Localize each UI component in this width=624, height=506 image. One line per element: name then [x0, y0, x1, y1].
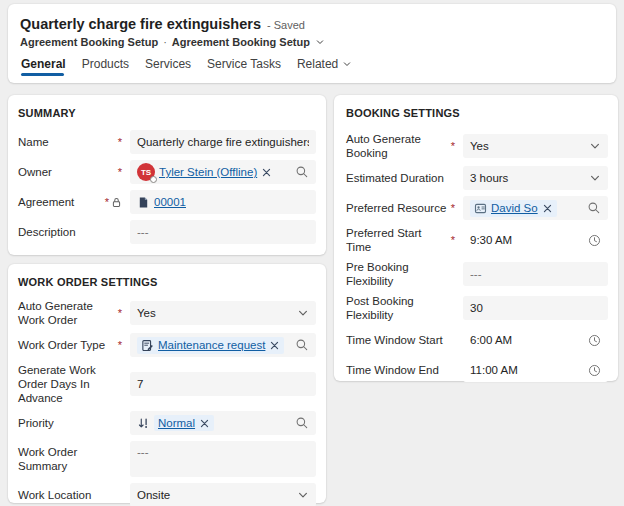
preferred-start-time-field[interactable]: 9:30 AM	[463, 228, 608, 252]
work-location-dropdown[interactable]: Onsite	[130, 483, 316, 506]
field-row-time-window-end: Time Window End 11:00 AM	[346, 358, 608, 382]
name-input[interactable]	[137, 136, 309, 148]
search-icon[interactable]	[295, 416, 309, 430]
priority-field[interactable]: Normal	[130, 411, 316, 435]
presence-offline-icon	[150, 176, 157, 183]
field-row-preferred-resource: Preferred Resource * David So	[346, 196, 608, 220]
description-field[interactable]	[130, 220, 316, 244]
work-order-type-chip: Maintenance request	[137, 337, 284, 354]
required-asterisk: *	[118, 308, 122, 318]
remove-priority-icon[interactable]	[199, 418, 210, 429]
tab-services[interactable]: Services	[145, 57, 191, 79]
time-window-end-field[interactable]: 11:00 AM	[463, 358, 608, 382]
field-row-generate-days-in-advance: Generate Work Order Days In Advance	[18, 363, 316, 405]
remove-owner-icon[interactable]	[261, 167, 272, 178]
generate-days-in-advance-field[interactable]	[130, 372, 316, 396]
priority-label: Priority	[18, 416, 122, 430]
estimated-duration-dropdown[interactable]: 3 hours	[463, 166, 608, 190]
chevron-down-icon[interactable]	[589, 140, 601, 152]
estimated-duration-value: 3 hours	[470, 172, 508, 184]
search-icon[interactable]	[295, 338, 309, 352]
auto-generate-work-order-value: Yes	[137, 307, 156, 319]
remove-work-order-type-icon[interactable]	[269, 340, 280, 351]
preferred-resource-record-link[interactable]: David So	[491, 202, 538, 214]
field-row-owner: Owner * TS Tyler Stein (Offline)	[18, 160, 316, 184]
chevron-down-icon[interactable]	[315, 37, 325, 47]
generate-days-in-advance-input[interactable]	[137, 378, 309, 390]
agreement-entity-icon	[137, 196, 150, 209]
avatar: TS	[137, 163, 155, 181]
page-title: Quarterly charge fire extinguishers	[20, 16, 261, 32]
auto-generate-booking-dropdown[interactable]: Yes	[463, 134, 608, 158]
field-row-priority: Priority Normal	[18, 411, 316, 435]
preferred-resource-field[interactable]: David So	[463, 196, 608, 220]
pre-booking-flexibility-label: Pre Booking Flexibility	[346, 260, 455, 288]
auto-generate-work-order-dropdown[interactable]: Yes	[130, 301, 316, 325]
tab-service-tasks[interactable]: Service Tasks	[207, 57, 281, 79]
remove-preferred-resource-icon[interactable]	[542, 203, 553, 214]
auto-generate-booking-value: Yes	[470, 140, 489, 152]
time-window-start-label: Time Window Start	[346, 333, 455, 347]
preferred-resource-chip: David So	[470, 200, 557, 217]
owner-field[interactable]: TS Tyler Stein (Offline)	[130, 160, 316, 184]
record-header: Quarterly charge fire extinguishers - Sa…	[8, 4, 616, 83]
generate-days-in-advance-label: Generate Work Order Days In Advance	[18, 363, 122, 405]
post-booking-flexibility-field[interactable]	[463, 296, 608, 320]
agreement-field[interactable]: 00001	[130, 190, 316, 214]
field-row-work-order-type: Work Order Type * Maintenance request	[18, 333, 316, 357]
clock-icon[interactable]	[588, 334, 601, 347]
post-booking-flexibility-input[interactable]	[470, 302, 601, 314]
tab-related[interactable]: Related	[297, 57, 352, 79]
description-input[interactable]	[137, 226, 309, 238]
preferred-start-time-value: 9:30 AM	[470, 234, 512, 246]
required-asterisk: *	[105, 197, 109, 207]
work-order-type-record-link[interactable]: Maintenance request	[158, 339, 265, 351]
field-row-preferred-start-time: Preferred Start Time * 9:30 AM	[346, 226, 608, 254]
section-title-summary: SUMMARY	[18, 105, 316, 119]
name-field[interactable]	[130, 130, 316, 154]
tab-products[interactable]: Products	[82, 57, 129, 79]
pre-booking-flexibility-field[interactable]	[463, 262, 608, 286]
owner-label: Owner	[18, 165, 116, 179]
field-row-name: Name *	[18, 130, 316, 154]
title-line: Quarterly charge fire extinguishers - Sa…	[20, 16, 604, 32]
time-window-start-field[interactable]: 6:00 AM	[463, 328, 608, 352]
tab-general[interactable]: General	[21, 57, 66, 79]
required-asterisk: *	[118, 167, 122, 177]
work-order-settings-section: WORK ORDER SETTINGS Auto Generate Work O…	[8, 264, 326, 503]
priority-record-link[interactable]: Normal	[158, 417, 195, 429]
chevron-down-icon[interactable]	[589, 172, 601, 184]
work-location-value: Onsite	[137, 489, 170, 501]
required-asterisk: *	[451, 203, 455, 213]
field-row-time-window-start: Time Window Start 6:00 AM	[346, 328, 608, 352]
required-asterisk: *	[451, 235, 455, 245]
chevron-down-icon[interactable]	[297, 307, 309, 319]
preferred-resource-label: Preferred Resource	[346, 201, 449, 215]
search-icon[interactable]	[295, 165, 309, 179]
work-order-type-field[interactable]: Maintenance request	[130, 333, 316, 357]
post-booking-flexibility-label: Post Booking Flexibility	[346, 294, 455, 322]
agreement-record-link[interactable]: 00001	[154, 196, 186, 208]
avatar-initials: TS	[141, 168, 151, 177]
work-order-summary-field[interactable]	[130, 441, 316, 477]
auto-generate-booking-label: Auto Generate Booking	[346, 132, 449, 160]
clock-icon[interactable]	[588, 234, 601, 247]
work-order-summary-input[interactable]	[137, 446, 309, 458]
resource-entity-icon	[474, 202, 487, 215]
summary-section: SUMMARY Name * Owner * TS Tyler Stein (O…	[8, 95, 326, 255]
owner-record-link[interactable]: Tyler Stein (Offline)	[159, 166, 257, 178]
field-row-work-location: Work Location Onsite	[18, 483, 316, 506]
field-row-estimated-duration: Estimated Duration 3 hours	[346, 166, 608, 190]
chevron-down-icon[interactable]	[297, 489, 309, 501]
search-icon[interactable]	[587, 201, 601, 215]
chevron-down-icon	[342, 59, 352, 69]
pre-booking-flexibility-input[interactable]	[470, 268, 601, 280]
clock-icon[interactable]	[588, 364, 601, 377]
save-status: - Saved	[267, 19, 305, 31]
priority-entity-icon	[137, 417, 150, 430]
breadcrumb-record-selector[interactable]: Agreement Booking Setup	[172, 36, 310, 48]
field-row-description: Description	[18, 220, 316, 244]
required-asterisk: *	[451, 141, 455, 151]
breadcrumb-entity: Agreement Booking Setup	[20, 36, 158, 48]
breadcrumb-separator: ·	[163, 36, 167, 48]
